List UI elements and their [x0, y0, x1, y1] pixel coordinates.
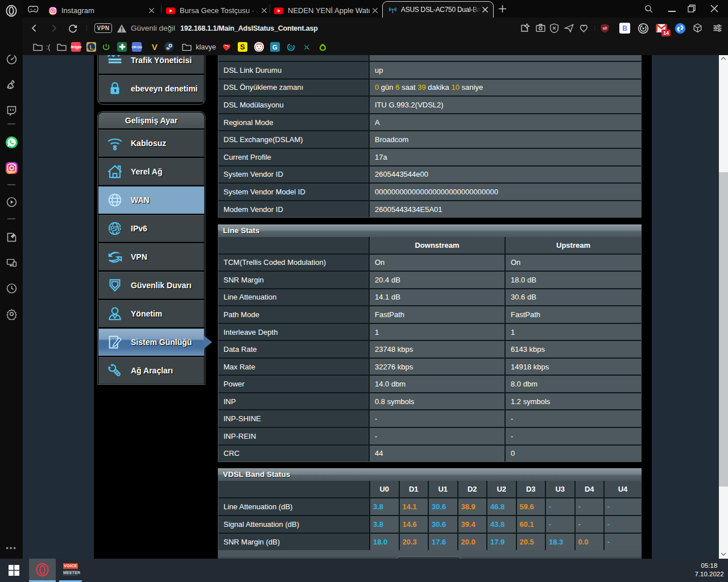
- svg-text:u0: u0: [603, 26, 607, 30]
- svg-text:IPv6: IPv6: [109, 225, 121, 232]
